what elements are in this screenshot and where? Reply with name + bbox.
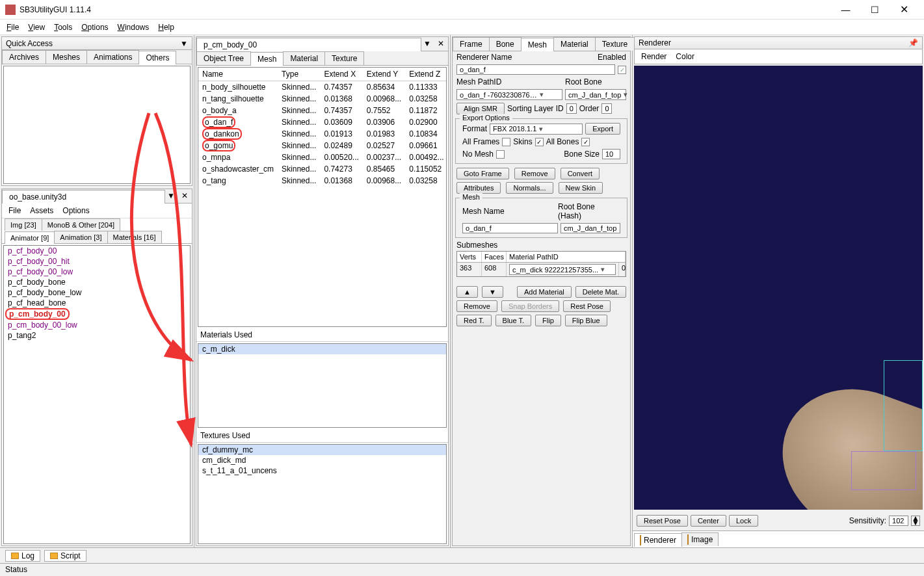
- tab-meshes[interactable]: Meshes: [46, 50, 87, 64]
- animator-item[interactable]: p_cm_body_00: [5, 308, 70, 320]
- oo-menu-options[interactable]: Options: [62, 206, 89, 215]
- mesh-name-field[interactable]: o_dan_f: [462, 223, 558, 233]
- renderer-name-field[interactable]: o_dan_f: [456, 64, 615, 75]
- flip-button[interactable]: Flip: [535, 315, 561, 326]
- texture-item[interactable]: s_t_11_a_01_uncens: [198, 465, 446, 476]
- attributes-button[interactable]: Attributes: [456, 182, 501, 194]
- subtab-mono[interactable]: MonoB & Other [204]: [42, 218, 120, 231]
- rootbone-select[interactable]: cm_J_dan_f_top: [565, 89, 626, 100]
- root-hash-field[interactable]: cm_J_dan_f_top: [561, 223, 620, 233]
- texture-item[interactable]: cf_dummy_mc: [198, 445, 446, 455]
- oo-base-dropdown[interactable]: ▼: [165, 189, 178, 203]
- tab-others[interactable]: Others: [139, 51, 176, 64]
- animator-item[interactable]: p_cf_body_00_hit: [4, 256, 190, 267]
- script-button[interactable]: Script: [44, 550, 86, 562]
- center-button[interactable]: Center: [691, 515, 726, 527]
- animator-item[interactable]: p_cf_head_bone: [4, 298, 190, 308]
- maximize-button[interactable]: ☐: [860, 1, 890, 19]
- oo-base-close[interactable]: ✕: [178, 189, 192, 203]
- mesh-row[interactable]: o_body_aSkinned...0.743570.75520.11872: [198, 105, 447, 116]
- bonesize-field[interactable]: 10: [602, 149, 620, 159]
- convert-button[interactable]: Convert: [561, 168, 600, 179]
- allbones-chk[interactable]: ✓: [581, 138, 590, 146]
- texture-item[interactable]: cm_dick_md: [198, 455, 446, 465]
- down-button[interactable]: ▼: [482, 286, 503, 298]
- mesh-row[interactable]: o_shadowcaster_cmSkinned...0.742730.8546…: [198, 163, 447, 175]
- tab-material[interactable]: Material: [283, 51, 325, 65]
- sens-down[interactable]: ▼: [912, 521, 919, 525]
- minimize-button[interactable]: —: [831, 1, 860, 19]
- rtab-texture[interactable]: Texture: [595, 37, 635, 51]
- log-button[interactable]: Log: [5, 550, 40, 562]
- animator-item[interactable]: p_cf_body_bone_low: [4, 287, 190, 298]
- rtab-material[interactable]: Material: [553, 37, 596, 51]
- render-menu-render[interactable]: Render: [641, 52, 667, 61]
- render-menu-color[interactable]: Color: [676, 52, 694, 61]
- align-smr-button[interactable]: Align SMR: [456, 103, 505, 114]
- snap-borders-button[interactable]: Snap Borders: [501, 300, 559, 312]
- animator-list[interactable]: p_cf_body_00p_cf_body_00_hitp_cf_body_00…: [3, 245, 191, 544]
- menu-windows[interactable]: Windows: [118, 23, 150, 32]
- subtab-animation[interactable]: Animation [3]: [54, 231, 107, 243]
- tab-animations[interactable]: Animations: [86, 50, 139, 64]
- pathid-select[interactable]: o_dan_f -7603230876…: [456, 89, 562, 100]
- normals-button[interactable]: Normals...: [506, 182, 553, 194]
- mid-close[interactable]: ✕: [434, 37, 448, 51]
- quick-access-dropdown[interactable]: ▼: [180, 39, 188, 48]
- tab-archives[interactable]: Archives: [2, 50, 46, 64]
- export-button[interactable]: Export: [585, 123, 620, 135]
- red-t-button[interactable]: Red T.: [456, 315, 492, 326]
- rtab-mesh[interactable]: Mesh: [521, 38, 554, 51]
- mesh-row[interactable]: o_gomuSkinned...0.024890.025270.09661: [198, 140, 447, 151]
- remove-button[interactable]: Remove: [514, 168, 555, 179]
- lock-button[interactable]: Lock: [729, 515, 758, 527]
- sorting-layer-field[interactable]: 0: [566, 103, 577, 114]
- tab-texture[interactable]: Texture: [324, 51, 364, 65]
- mesh-table[interactable]: Name Type Extend X Extend Y Extend Z n_b…: [198, 68, 447, 187]
- blue-t-button[interactable]: Blue T.: [495, 315, 531, 326]
- allframes-chk[interactable]: [502, 138, 510, 146]
- menu-view[interactable]: View: [28, 23, 45, 32]
- animator-item[interactable]: p_tang2: [4, 330, 190, 341]
- pin-icon[interactable]: 📌: [908, 38, 918, 47]
- oo-menu-assets[interactable]: Assets: [30, 206, 53, 215]
- material-item[interactable]: c_m_dick: [198, 344, 446, 354]
- render-viewport[interactable]: [634, 66, 923, 510]
- goto-frame-button[interactable]: Goto Frame: [456, 168, 509, 179]
- subtab-materials[interactable]: Materials [16]: [107, 231, 162, 243]
- animator-item[interactable]: p_cm_body_00_low: [4, 320, 190, 330]
- reset-pose-button[interactable]: Reset Pose: [637, 515, 688, 527]
- rtab-bone[interactable]: Bone: [489, 37, 521, 51]
- mesh-row[interactable]: n_body_silhouetteSkinned...0.743570.8563…: [198, 81, 447, 94]
- format-select[interactable]: FBX 2018.1.1: [490, 124, 583, 135]
- mesh-row[interactable]: n_tang_silhouetteSkinned...0.013680.0096…: [198, 93, 447, 105]
- enabled-checkbox[interactable]: ✓: [618, 66, 626, 74]
- add-material-button[interactable]: Add Material: [517, 286, 572, 298]
- menu-help[interactable]: Help: [158, 23, 174, 32]
- animator-item[interactable]: p_cf_body_bone: [4, 277, 190, 287]
- mesh-row[interactable]: o_tangSkinned...0.013680.00968...0.03258: [198, 175, 447, 187]
- subtab-img[interactable]: Img [23]: [5, 218, 42, 231]
- remove2-button[interactable]: Remove: [456, 300, 497, 312]
- menu-tools[interactable]: Tools: [54, 23, 72, 32]
- rtab-renderer[interactable]: Renderer: [634, 533, 682, 547]
- mesh-row[interactable]: o_dankonSkinned...0.019130.019830.10834: [198, 128, 447, 140]
- animator-item[interactable]: p_cf_body_00: [4, 246, 190, 256]
- animator-item[interactable]: p_cf_body_00_low: [4, 267, 190, 277]
- tab-mesh[interactable]: Mesh: [250, 52, 284, 66]
- up-button[interactable]: ▲: [456, 286, 478, 298]
- menu-options[interactable]: Options: [81, 23, 108, 32]
- flip-blue-button[interactable]: Flip Blue: [565, 315, 607, 326]
- oo-menu-file[interactable]: File: [8, 206, 21, 215]
- submesh-mat-select[interactable]: c_m_dick 922221257355...: [509, 264, 616, 275]
- rtab-image[interactable]: Image: [681, 532, 719, 546]
- mesh-row[interactable]: o_dan_fSkinned...0.036090.039060.02900: [198, 116, 447, 128]
- sensitivity-field[interactable]: 102: [889, 516, 908, 526]
- newskin-button[interactable]: New Skin: [559, 182, 603, 194]
- mid-dropdown[interactable]: ▼: [421, 37, 434, 51]
- mesh-row[interactable]: o_mnpaSkinned...0.00520...0.00237...0.00…: [198, 151, 447, 163]
- delete-material-button[interactable]: Delete Mat.: [575, 286, 626, 298]
- order-field[interactable]: 0: [601, 103, 612, 114]
- skins-chk[interactable]: ✓: [535, 138, 544, 146]
- nomesh-chk[interactable]: [496, 150, 505, 159]
